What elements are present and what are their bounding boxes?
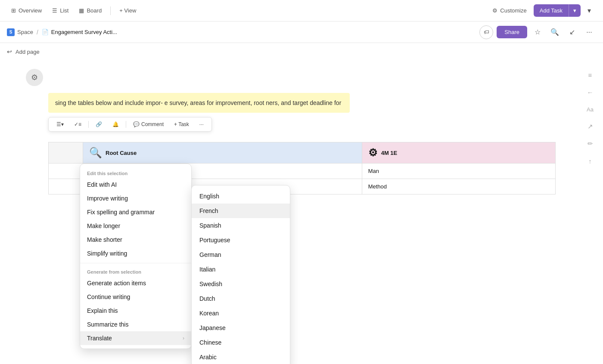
root-cause-label: Root Cause bbox=[106, 150, 137, 156]
font-size-icon[interactable]: Aa bbox=[584, 103, 596, 115]
menu-divider bbox=[80, 263, 191, 263]
main-area: ≡ ← Aa ↗ ✏ ↑ ⚙ sing the tables below and… bbox=[0, 60, 603, 364]
translate-submenu: EnglishFrenchSpanishPortugueseGermanItal… bbox=[191, 185, 290, 364]
submenu-item-japanese[interactable]: Japanese bbox=[192, 321, 290, 335]
right-toolbar: ≡ ← Aa ↗ ✏ ↑ bbox=[584, 69, 596, 167]
it-more[interactable]: ··· bbox=[196, 120, 207, 129]
space-name: Space bbox=[17, 29, 33, 35]
share-button[interactable]: Share bbox=[497, 26, 527, 38]
download-button[interactable]: ↙ bbox=[565, 25, 579, 39]
nav-overview[interactable]: ⊞ Overview bbox=[7, 5, 46, 16]
menu-translate[interactable]: Translate › bbox=[80, 331, 191, 345]
root-cause-icon: 🔍 bbox=[89, 147, 102, 159]
it-comment-button[interactable]: 💬 Comment bbox=[130, 120, 167, 129]
gear-section: ⚙ bbox=[26, 69, 556, 86]
customize-label: Customize bbox=[500, 7, 526, 14]
nav-sep bbox=[110, 6, 111, 15]
nav-board[interactable]: ▦ Board bbox=[75, 5, 106, 16]
menu-section1-label: Edit this selection bbox=[80, 167, 191, 178]
menu-summarize-this[interactable]: Summarize this bbox=[80, 318, 191, 331]
it-checklist[interactable]: ✓≡ bbox=[71, 120, 85, 129]
add-task-label: Add Task bbox=[534, 4, 569, 17]
list-label: List bbox=[60, 7, 68, 14]
table-header-root-cause: 🔍 Root Cause bbox=[83, 142, 362, 163]
breadcrumb-doc[interactable]: 📄 Engagement Survey Acti... bbox=[42, 29, 117, 35]
translate-chevron-icon: › bbox=[183, 335, 184, 341]
submenu-item-italian[interactable]: Italian bbox=[192, 262, 290, 277]
context-menu: Edit this selection Edit with AI Improve… bbox=[80, 163, 192, 349]
4m1e-icon: ⚙ bbox=[368, 147, 378, 159]
table-header-4m1e: ⚙ 4M 1E bbox=[362, 142, 555, 163]
inline-toolbar: ☰▾ ✓≡ 🔗 🔔 💬 Comment + Task ··· bbox=[48, 117, 212, 132]
menu-simplify-writing[interactable]: Simplify writing bbox=[80, 247, 191, 260]
submenu-item-arabic[interactable]: Arabic bbox=[192, 350, 290, 364]
it-link[interactable]: 🔗 bbox=[92, 120, 106, 129]
gear-icon: ⚙ bbox=[492, 7, 497, 14]
submenu-item-korean[interactable]: Korean bbox=[192, 306, 290, 321]
more-options-button[interactable]: ▾ bbox=[582, 4, 596, 18]
it-task-button[interactable]: + Task bbox=[171, 120, 193, 129]
4m1e-label: 4M 1E bbox=[381, 150, 398, 156]
highlighted-text-block: sing the tables below and include impor-… bbox=[48, 93, 350, 113]
submenu-item-chinese[interactable]: Chinese bbox=[192, 335, 290, 350]
highlighted-text-content: sing the tables below and include impor-… bbox=[55, 99, 341, 106]
row2-img bbox=[49, 179, 83, 194]
add-task-caret-icon[interactable]: ▾ bbox=[569, 4, 581, 17]
search-button[interactable]: 🔍 bbox=[548, 25, 562, 39]
add-page-icon: ↩ bbox=[7, 48, 12, 55]
menu-fix-spelling[interactable]: Fix spelling and grammar bbox=[80, 205, 191, 219]
table-header-img bbox=[49, 142, 83, 163]
add-page-bar[interactable]: ↩ Add page bbox=[0, 43, 603, 60]
submenu-item-german[interactable]: German bbox=[192, 247, 290, 262]
top-nav: ⊞ Overview ☰ List ▦ Board + View ⚙ Custo… bbox=[0, 0, 603, 22]
it-sep2 bbox=[126, 121, 126, 128]
menu-continue-writing[interactable]: Continue writing bbox=[80, 290, 191, 304]
breadcrumb-actions: 🏷 Share ☆ 🔍 ↙ ··· bbox=[479, 25, 596, 39]
menu-section2-label: Generate from selection bbox=[80, 266, 191, 276]
add-task-button[interactable]: Add Task ▾ bbox=[534, 4, 581, 17]
board-icon: ▦ bbox=[79, 7, 84, 14]
menu-edit-with-ai[interactable]: Edit with AI bbox=[80, 178, 191, 191]
list-format-icon[interactable]: ≡ bbox=[584, 69, 596, 81]
row1-img bbox=[49, 163, 83, 179]
row1-4m: Man bbox=[362, 163, 555, 179]
menu-generate-action-items[interactable]: Generate action items bbox=[80, 276, 191, 290]
comment-label: Comment bbox=[141, 121, 164, 127]
menu-make-longer[interactable]: Make longer bbox=[80, 219, 191, 233]
star-button[interactable]: ☆ bbox=[531, 25, 544, 39]
collapse-icon[interactable]: ← bbox=[584, 86, 596, 98]
doc-icon: 📄 bbox=[42, 29, 49, 35]
menu-make-shorter[interactable]: Make shorter bbox=[80, 233, 191, 247]
view-label: + View bbox=[119, 7, 136, 14]
it-bookmark[interactable]: 🔔 bbox=[109, 120, 122, 129]
submenu-item-portuguese[interactable]: Portuguese bbox=[192, 233, 290, 247]
edit-icon[interactable]: ✏ bbox=[584, 138, 596, 150]
menu-explain-this[interactable]: Explain this bbox=[80, 304, 191, 318]
submenu-item-french[interactable]: French bbox=[192, 204, 290, 218]
doc-name: Engagement Survey Acti... bbox=[51, 29, 117, 35]
submenu-item-english[interactable]: English bbox=[192, 189, 290, 204]
it-format-list[interactable]: ☰▾ bbox=[53, 120, 67, 129]
submenu-item-swedish[interactable]: Swedish bbox=[192, 277, 290, 291]
comment-icon: 💬 bbox=[133, 121, 140, 127]
expand-icon[interactable]: ↗ bbox=[584, 120, 596, 133]
tag-icon-button[interactable]: 🏷 bbox=[479, 25, 493, 39]
overview-label: Overview bbox=[19, 7, 42, 14]
nav-view[interactable]: + View bbox=[115, 5, 140, 16]
customize-button[interactable]: ⚙ Customize bbox=[487, 5, 532, 16]
settings-icon-circle: ⚙ bbox=[26, 69, 43, 86]
add-page-label: Add page bbox=[16, 49, 40, 55]
submenu-item-dutch[interactable]: Dutch bbox=[192, 291, 290, 306]
row2-4m: Method bbox=[362, 179, 555, 194]
breadcrumb-space[interactable]: S Space bbox=[7, 28, 33, 36]
breadcrumb-separator: / bbox=[37, 29, 38, 36]
breadcrumb-bar: S Space / 📄 Engagement Survey Acti... 🏷 … bbox=[0, 22, 603, 43]
submenu-item-spanish[interactable]: Spanish bbox=[192, 218, 290, 233]
nav-list[interactable]: ☰ List bbox=[48, 5, 73, 16]
it-sep1 bbox=[88, 121, 89, 128]
upload-icon[interactable]: ↑ bbox=[584, 155, 596, 167]
more-button[interactable]: ··· bbox=[582, 25, 596, 39]
overview-icon: ⊞ bbox=[11, 7, 16, 14]
menu-improve-writing[interactable]: Improve writing bbox=[80, 191, 191, 205]
space-icon: S bbox=[7, 28, 15, 36]
